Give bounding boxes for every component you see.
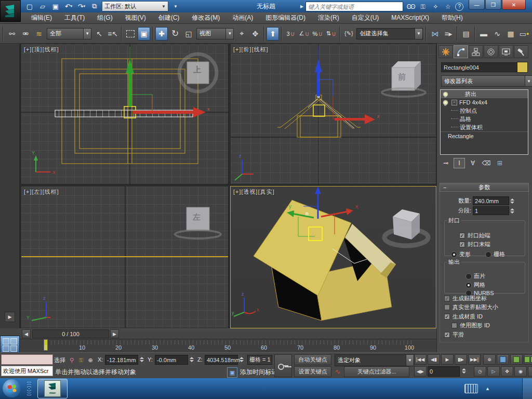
maxscript-mini-listener[interactable]: 欢迎使用 MAXScr: [1, 366, 53, 376]
viewport-label[interactable]: [+][前][线框]: [233, 46, 269, 54]
play-button[interactable]: ▶: [441, 354, 454, 365]
mesh-radio[interactable]: [466, 282, 472, 288]
workspace-dropdown[interactable]: 工作区: 默认 ▼: [102, 1, 168, 11]
current-frame-field[interactable]: 0: [428, 366, 460, 377]
mirror-icon[interactable]: ⋈: [429, 27, 441, 41]
segments-spinner[interactable]: [510, 206, 516, 215]
project-folder-icon[interactable]: ⧉: [89, 1, 100, 11]
render-setup-icon[interactable]: ▦: [504, 27, 517, 41]
zoom-all-icon[interactable]: [497, 354, 509, 365]
pan-hand-icon[interactable]: ✥: [501, 366, 513, 377]
select-and-move-icon[interactable]: ✚: [155, 27, 168, 41]
maxscript-macro-recorder[interactable]: [1, 354, 53, 365]
help-icon[interactable]: ?: [455, 3, 463, 11]
menu-customize[interactable]: 自定义(U): [345, 12, 385, 23]
input-method-keyboard-icon[interactable]: [464, 384, 478, 393]
time-slider[interactable]: 0 / 100: [32, 329, 109, 338]
add-time-tag[interactable]: 添加时间标记: [240, 368, 277, 377]
close-button[interactable]: ✕: [502, 0, 526, 10]
cap-start-checkbox[interactable]: ✓: [459, 233, 465, 238]
mesh-radio-row[interactable]: 网格: [466, 281, 485, 289]
stack-item-lattice[interactable]: 晶格: [441, 115, 528, 123]
set-key-button[interactable]: 设置关键点: [294, 366, 331, 377]
align-icon[interactable]: ≡▸: [442, 27, 455, 41]
redo-icon[interactable]: ↷▾: [76, 1, 87, 11]
communication-center-icon[interactable]: ✧: [430, 2, 441, 11]
stack-item-ffd[interactable]: − FFD 4x4x4: [441, 98, 528, 107]
patch-radio[interactable]: [466, 273, 472, 280]
segments-field[interactable]: 1: [473, 206, 509, 215]
amount-spinner[interactable]: [510, 196, 516, 205]
window-crossing-toggle-icon[interactable]: ▣: [138, 27, 150, 41]
grid-radio[interactable]: [485, 251, 491, 258]
start-button[interactable]: [3, 379, 21, 397]
open-file-icon[interactable]: ▱: [37, 1, 48, 11]
previous-frame-button[interactable]: ◀: [22, 329, 31, 338]
search-input[interactable]: [305, 2, 403, 11]
menu-views[interactable]: 视图(V): [119, 12, 152, 23]
time-configuration-icon[interactable]: ◷: [474, 366, 486, 377]
next-frame-button[interactable]: ▶: [110, 329, 119, 338]
menu-create[interactable]: 创建(C): [152, 12, 186, 23]
isolate-toggle-icon[interactable]: ▣: [227, 367, 237, 378]
select-and-link-icon[interactable]: ⚯: [6, 27, 18, 41]
object-color-swatch[interactable]: [517, 62, 528, 73]
use-pivot-point-icon[interactable]: ⌖: [235, 27, 248, 41]
subscription-key-icon[interactable]: ⚿: [418, 2, 428, 11]
viewport-label[interactable]: [+][透视][真实]: [233, 188, 275, 196]
field-of-view-icon[interactable]: ▷: [487, 366, 500, 377]
pin-stack-icon[interactable]: ⊸: [440, 158, 451, 168]
make-unique-icon[interactable]: ∀: [467, 158, 478, 168]
key-filters-button[interactable]: 关键点过滤器...: [344, 366, 409, 377]
menu-modifiers[interactable]: 修改器(M): [185, 12, 226, 23]
undo-icon[interactable]: ↶▾: [63, 1, 74, 11]
save-file-icon[interactable]: ▣: [50, 1, 61, 11]
bind-to-space-warp-icon[interactable]: ≋: [33, 27, 45, 41]
rectangular-selection-region-icon[interactable]: [124, 27, 137, 41]
graphite-ribbon-icon[interactable]: ▬: [477, 27, 490, 41]
tab-motion[interactable]: [484, 45, 498, 58]
menu-edit[interactable]: 编辑(E): [25, 12, 58, 23]
new-scene-icon[interactable]: ▢: [24, 1, 35, 11]
stack-item-control-points[interactable]: 控制点: [441, 107, 528, 115]
real-world-row[interactable]: 真实世界贴图大小: [444, 303, 498, 311]
next-key-button[interactable]: ▮▶: [455, 354, 467, 365]
toolbar-flyout-icon[interactable]: ▼: [170, 1, 181, 11]
object-name-field[interactable]: Rectangle004: [441, 62, 518, 72]
zoom-extents-icon[interactable]: [510, 354, 523, 365]
menu-group[interactable]: 组(G): [91, 12, 118, 23]
reference-coordinate-dropdown[interactable]: 视图 ▼: [196, 28, 234, 39]
use-shape-id-checkbox[interactable]: [451, 323, 457, 328]
cap-start-row[interactable]: ✓ 封口始端: [459, 232, 490, 240]
morph-radio-row[interactable]: 变形: [451, 250, 471, 258]
menu-maxscript[interactable]: MAXScript(X): [385, 12, 435, 23]
isolate-selection-icon[interactable]: ⚲: [68, 356, 76, 364]
collapse-minus-icon[interactable]: −: [451, 100, 457, 105]
use-shape-id-row[interactable]: 使用图形 ID: [451, 322, 490, 329]
amount-field[interactable]: 240.0mm: [473, 196, 509, 205]
key-mode-toggle[interactable]: ◀▶: [414, 366, 427, 377]
layer-manager-icon[interactable]: ▤: [460, 27, 472, 41]
x-coordinate-field[interactable]: -12.181mm: [105, 355, 138, 365]
configure-modifier-sets-icon[interactable]: ⊞: [494, 158, 506, 168]
menu-tools[interactable]: 工具(T): [58, 12, 91, 23]
absolute-mode-transform-icon[interactable]: ⊕: [86, 356, 95, 364]
z-spinner[interactable]: [240, 355, 246, 364]
show-desktop-button[interactable]: [522, 378, 532, 399]
menu-graph-editors[interactable]: 图形编辑器(D): [259, 12, 312, 23]
viewcube-top[interactable]: 上: [193, 65, 201, 75]
tab-modify[interactable]: [454, 45, 468, 58]
gen-mapping-checkbox[interactable]: ✓: [444, 296, 450, 301]
auto-key-button[interactable]: 自动关键点: [294, 354, 331, 365]
percent-snap-icon[interactable]: %∪: [311, 27, 324, 41]
orbit-icon[interactable]: ◉: [514, 366, 527, 377]
tab-display[interactable]: [499, 45, 513, 58]
real-world-checkbox[interactable]: [444, 304, 450, 310]
viewport-front[interactable]: x z [+][前][线框] 前: [230, 44, 436, 184]
patch-radio-row[interactable]: 面片: [466, 272, 485, 280]
gen-mapping-row[interactable]: ✓ 生成贴图坐标: [444, 295, 487, 302]
select-by-name-icon[interactable]: ≡↖: [107, 27, 119, 41]
gen-mat-id-checkbox[interactable]: ✓: [444, 314, 450, 320]
viewport-label[interactable]: [+][顶][线框]: [24, 46, 59, 54]
spinner-snap-icon[interactable]: ⇅∪: [325, 27, 337, 41]
